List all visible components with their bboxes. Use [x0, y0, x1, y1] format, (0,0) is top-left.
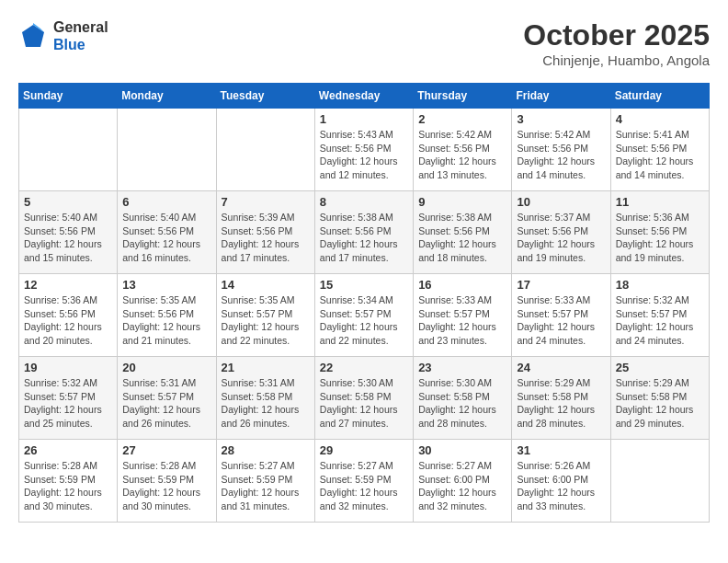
day-info: Sunrise: 5:27 AM Sunset: 5:59 PM Dayligh… — [222, 459, 310, 513]
day-number: 1 — [320, 112, 408, 126]
day-info: Sunrise: 5:26 AM Sunset: 6:00 PM Dayligh… — [517, 459, 605, 513]
day-info: Sunrise: 5:39 AM Sunset: 5:56 PM Dayligh… — [222, 211, 310, 265]
calendar-cell: 18Sunrise: 5:32 AM Sunset: 5:57 PM Dayli… — [610, 274, 709, 357]
column-header-sunday: Sunday — [19, 84, 118, 109]
week-row-2: 5Sunrise: 5:40 AM Sunset: 5:56 PM Daylig… — [19, 191, 710, 274]
day-number: 17 — [517, 278, 605, 292]
column-header-monday: Monday — [118, 84, 216, 109]
day-info: Sunrise: 5:31 AM Sunset: 5:58 PM Dayligh… — [222, 376, 310, 431]
day-info: Sunrise: 5:27 AM Sunset: 6:00 PM Dayligh… — [418, 459, 506, 513]
day-info: Sunrise: 5:36 AM Sunset: 5:56 PM Dayligh… — [24, 293, 112, 348]
calendar-cell: 7Sunrise: 5:39 AM Sunset: 5:56 PM Daylig… — [216, 191, 314, 274]
calendar-cell: 19Sunrise: 5:32 AM Sunset: 5:57 PM Dayli… — [19, 357, 118, 440]
day-info: Sunrise: 5:41 AM Sunset: 5:56 PM Dayligh… — [616, 128, 704, 182]
calendar-cell: 15Sunrise: 5:34 AM Sunset: 5:57 PM Dayli… — [314, 274, 413, 357]
column-header-thursday: Thursday — [414, 84, 512, 109]
calendar-cell: 4Sunrise: 5:41 AM Sunset: 5:56 PM Daylig… — [610, 109, 709, 191]
day-number: 29 — [320, 443, 408, 457]
day-info: Sunrise: 5:30 AM Sunset: 5:58 PM Dayligh… — [320, 376, 408, 431]
column-header-wednesday: Wednesday — [314, 84, 413, 109]
calendar-cell: 9Sunrise: 5:38 AM Sunset: 5:56 PM Daylig… — [414, 191, 512, 274]
day-number: 4 — [616, 112, 704, 126]
calendar-cell: 31Sunrise: 5:26 AM Sunset: 6:00 PM Dayli… — [512, 440, 610, 523]
month-title: October 2025 — [523, 18, 710, 52]
day-info: Sunrise: 5:34 AM Sunset: 5:57 PM Dayligh… — [320, 293, 408, 348]
day-number: 9 — [418, 195, 506, 209]
day-number: 21 — [222, 361, 310, 374]
day-info: Sunrise: 5:43 AM Sunset: 5:56 PM Dayligh… — [320, 128, 408, 182]
svg-marker-0 — [22, 25, 44, 47]
logo-general-text: General — [53, 18, 108, 36]
day-number: 24 — [517, 361, 605, 374]
day-info: Sunrise: 5:33 AM Sunset: 5:57 PM Dayligh… — [517, 293, 605, 348]
day-info: Sunrise: 5:35 AM Sunset: 5:57 PM Dayligh… — [222, 293, 310, 348]
day-info: Sunrise: 5:42 AM Sunset: 5:56 PM Dayligh… — [418, 128, 506, 182]
page-header: General Blue October 2025 Chinjenje, Hua… — [18, 18, 710, 68]
week-row-4: 19Sunrise: 5:32 AM Sunset: 5:57 PM Dayli… — [19, 357, 710, 440]
day-info: Sunrise: 5:32 AM Sunset: 5:57 PM Dayligh… — [24, 376, 112, 431]
day-number: 3 — [517, 112, 605, 126]
day-info: Sunrise: 5:30 AM Sunset: 5:58 PM Dayligh… — [418, 376, 506, 431]
day-info: Sunrise: 5:42 AM Sunset: 5:56 PM Dayligh… — [517, 128, 605, 182]
day-info: Sunrise: 5:33 AM Sunset: 5:57 PM Dayligh… — [418, 293, 506, 348]
day-number: 28 — [222, 443, 310, 457]
day-number: 14 — [222, 278, 310, 292]
day-info: Sunrise: 5:35 AM Sunset: 5:56 PM Dayligh… — [122, 293, 210, 348]
day-info: Sunrise: 5:28 AM Sunset: 5:59 PM Dayligh… — [122, 459, 210, 513]
calendar-cell: 24Sunrise: 5:29 AM Sunset: 5:58 PM Dayli… — [512, 357, 610, 440]
calendar-cell: 20Sunrise: 5:31 AM Sunset: 5:57 PM Dayli… — [118, 357, 216, 440]
calendar-cell: 5Sunrise: 5:40 AM Sunset: 5:56 PM Daylig… — [19, 191, 118, 274]
day-info: Sunrise: 5:40 AM Sunset: 5:56 PM Dayligh… — [24, 211, 112, 265]
calendar-cell: 29Sunrise: 5:27 AM Sunset: 5:59 PM Dayli… — [314, 440, 413, 523]
day-number: 5 — [24, 195, 112, 209]
day-info: Sunrise: 5:40 AM Sunset: 5:56 PM Dayligh… — [122, 211, 210, 265]
day-number: 15 — [320, 278, 408, 292]
week-row-5: 26Sunrise: 5:28 AM Sunset: 5:59 PM Dayli… — [19, 440, 710, 523]
calendar-cell: 26Sunrise: 5:28 AM Sunset: 5:59 PM Dayli… — [19, 440, 118, 523]
calendar-cell: 2Sunrise: 5:42 AM Sunset: 5:56 PM Daylig… — [414, 109, 512, 191]
day-number: 10 — [517, 195, 605, 209]
day-number: 7 — [222, 195, 310, 209]
day-number: 20 — [122, 361, 210, 374]
column-header-friday: Friday — [512, 84, 610, 109]
calendar-cell: 23Sunrise: 5:30 AM Sunset: 5:58 PM Dayli… — [414, 357, 512, 440]
calendar-cell: 13Sunrise: 5:35 AM Sunset: 5:56 PM Dayli… — [118, 274, 216, 357]
calendar-cell: 12Sunrise: 5:36 AM Sunset: 5:56 PM Dayli… — [19, 274, 118, 357]
calendar-cell: 16Sunrise: 5:33 AM Sunset: 5:57 PM Dayli… — [414, 274, 512, 357]
day-number: 2 — [418, 112, 506, 126]
calendar-cell: 27Sunrise: 5:28 AM Sunset: 5:59 PM Dayli… — [118, 440, 216, 523]
column-header-saturday: Saturday — [610, 84, 709, 109]
day-number: 13 — [122, 278, 210, 292]
day-number: 8 — [320, 195, 408, 209]
calendar-cell: 17Sunrise: 5:33 AM Sunset: 5:57 PM Dayli… — [512, 274, 610, 357]
day-number: 22 — [320, 361, 408, 374]
calendar-table: SundayMondayTuesdayWednesdayThursdayFrid… — [18, 83, 710, 523]
day-info: Sunrise: 5:29 AM Sunset: 5:58 PM Dayligh… — [517, 376, 605, 431]
logo-blue-text: Blue — [53, 36, 108, 53]
day-number: 6 — [122, 195, 210, 209]
day-info: Sunrise: 5:38 AM Sunset: 5:56 PM Dayligh… — [418, 211, 506, 265]
day-number: 31 — [517, 443, 605, 457]
day-number: 16 — [418, 278, 506, 292]
calendar-cell: 1Sunrise: 5:43 AM Sunset: 5:56 PM Daylig… — [314, 109, 413, 191]
title-section: October 2025 Chinjenje, Huambo, Angola — [523, 18, 710, 68]
calendar-cell — [610, 440, 709, 523]
day-number: 25 — [616, 361, 704, 374]
calendar-cell: 30Sunrise: 5:27 AM Sunset: 6:00 PM Dayli… — [414, 440, 512, 523]
day-info: Sunrise: 5:32 AM Sunset: 5:57 PM Dayligh… — [616, 293, 704, 348]
calendar-cell: 25Sunrise: 5:29 AM Sunset: 5:58 PM Dayli… — [610, 357, 709, 440]
day-number: 19 — [24, 361, 112, 374]
column-header-tuesday: Tuesday — [216, 84, 314, 109]
calendar-cell — [118, 109, 216, 191]
calendar-cell: 3Sunrise: 5:42 AM Sunset: 5:56 PM Daylig… — [512, 109, 610, 191]
location-subtitle: Chinjenje, Huambo, Angola — [523, 52, 710, 68]
day-info: Sunrise: 5:36 AM Sunset: 5:56 PM Dayligh… — [616, 211, 704, 265]
day-number: 27 — [122, 443, 210, 457]
day-info: Sunrise: 5:28 AM Sunset: 5:59 PM Dayligh… — [24, 459, 112, 513]
calendar-cell: 11Sunrise: 5:36 AM Sunset: 5:56 PM Dayli… — [610, 191, 709, 274]
calendar-cell: 22Sunrise: 5:30 AM Sunset: 5:58 PM Dayli… — [314, 357, 413, 440]
day-info: Sunrise: 5:27 AM Sunset: 5:59 PM Dayligh… — [320, 459, 408, 513]
calendar-cell: 14Sunrise: 5:35 AM Sunset: 5:57 PM Dayli… — [216, 274, 314, 357]
day-number: 30 — [418, 443, 506, 457]
calendar-cell — [19, 109, 118, 191]
